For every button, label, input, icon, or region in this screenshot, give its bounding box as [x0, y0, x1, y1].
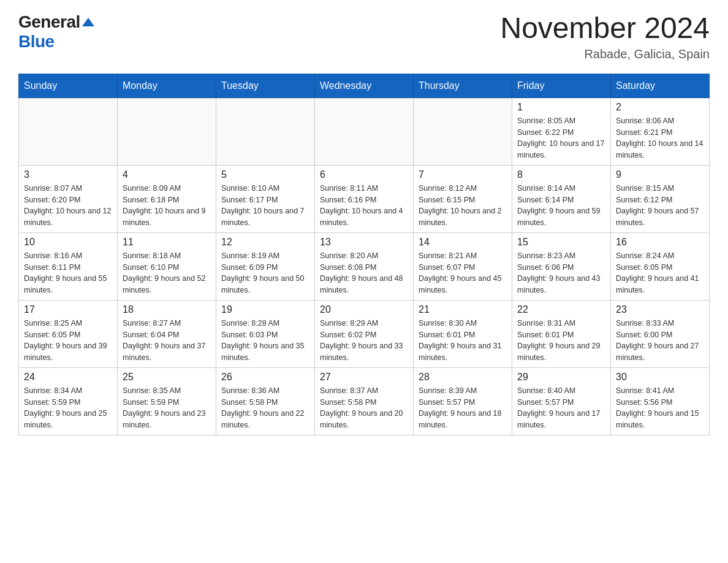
calendar-week-row: 3Sunrise: 8:07 AMSunset: 6:20 PMDaylight… — [19, 165, 710, 232]
table-row: 21Sunrise: 8:30 AMSunset: 6:01 PMDayligh… — [414, 300, 512, 367]
header-thursday: Thursday — [414, 74, 512, 98]
page-header: General Blue November 2024 Rabade, Galic… — [18, 12, 710, 61]
table-row: 2Sunrise: 8:06 AMSunset: 6:21 PMDaylight… — [611, 98, 710, 165]
day-number: 5 — [221, 169, 309, 180]
table-row: 5Sunrise: 8:10 AMSunset: 6:17 PMDaylight… — [216, 165, 315, 232]
day-info: Sunrise: 8:20 AMSunset: 6:08 PMDaylight:… — [320, 250, 408, 296]
table-row: 13Sunrise: 8:20 AMSunset: 6:08 PMDayligh… — [315, 232, 414, 300]
day-number: 10 — [24, 237, 112, 248]
header-saturday: Saturday — [611, 74, 710, 98]
day-number: 9 — [616, 169, 704, 180]
day-info: Sunrise: 8:40 AMSunset: 5:57 PMDaylight:… — [517, 385, 605, 431]
table-row: 19Sunrise: 8:28 AMSunset: 6:03 PMDayligh… — [216, 300, 315, 367]
table-row: 22Sunrise: 8:31 AMSunset: 6:01 PMDayligh… — [512, 300, 611, 367]
header-wednesday: Wednesday — [315, 74, 414, 98]
day-info: Sunrise: 8:18 AMSunset: 6:10 PMDaylight:… — [123, 250, 211, 296]
day-info: Sunrise: 8:15 AMSunset: 6:12 PMDaylight:… — [616, 183, 704, 229]
day-info: Sunrise: 8:19 AMSunset: 6:09 PMDaylight:… — [221, 250, 309, 296]
table-row: 28Sunrise: 8:39 AMSunset: 5:57 PMDayligh… — [414, 367, 512, 435]
table-row — [414, 98, 512, 165]
day-number: 29 — [517, 372, 605, 383]
day-number: 25 — [123, 372, 211, 383]
table-row — [216, 98, 315, 165]
day-info: Sunrise: 8:39 AMSunset: 5:57 PMDaylight:… — [419, 385, 507, 431]
table-row: 18Sunrise: 8:27 AMSunset: 6:04 PMDayligh… — [118, 300, 216, 367]
table-row: 1Sunrise: 8:05 AMSunset: 6:22 PMDaylight… — [512, 98, 611, 165]
day-number: 18 — [123, 304, 211, 315]
day-number: 15 — [517, 237, 605, 248]
table-row: 3Sunrise: 8:07 AMSunset: 6:20 PMDaylight… — [19, 165, 118, 232]
header-friday: Friday — [512, 74, 611, 98]
day-number: 20 — [320, 304, 408, 315]
day-info: Sunrise: 8:14 AMSunset: 6:14 PMDaylight:… — [517, 183, 605, 229]
table-row: 7Sunrise: 8:12 AMSunset: 6:15 PMDaylight… — [414, 165, 512, 232]
table-row: 10Sunrise: 8:16 AMSunset: 6:11 PMDayligh… — [19, 232, 118, 300]
day-info: Sunrise: 8:36 AMSunset: 5:58 PMDaylight:… — [221, 385, 309, 431]
day-info: Sunrise: 8:34 AMSunset: 5:59 PMDaylight:… — [24, 385, 112, 431]
day-number: 27 — [320, 372, 408, 383]
logo: General Blue — [18, 12, 94, 52]
day-number: 12 — [221, 237, 309, 248]
day-info: Sunrise: 8:31 AMSunset: 6:01 PMDaylight:… — [517, 318, 605, 364]
day-info: Sunrise: 8:37 AMSunset: 5:58 PMDaylight:… — [320, 385, 408, 431]
calendar-header-row: Sunday Monday Tuesday Wednesday Thursday… — [19, 74, 710, 98]
day-info: Sunrise: 8:27 AMSunset: 6:04 PMDaylight:… — [123, 318, 211, 364]
table-row: 6Sunrise: 8:11 AMSunset: 6:16 PMDaylight… — [315, 165, 414, 232]
header-tuesday: Tuesday — [216, 74, 315, 98]
day-info: Sunrise: 8:29 AMSunset: 6:02 PMDaylight:… — [320, 318, 408, 364]
day-info: Sunrise: 8:10 AMSunset: 6:17 PMDaylight:… — [221, 183, 309, 229]
table-row: 12Sunrise: 8:19 AMSunset: 6:09 PMDayligh… — [216, 232, 315, 300]
table-row: 9Sunrise: 8:15 AMSunset: 6:12 PMDaylight… — [611, 165, 710, 232]
table-row: 29Sunrise: 8:40 AMSunset: 5:57 PMDayligh… — [512, 367, 611, 435]
table-row: 30Sunrise: 8:41 AMSunset: 5:56 PMDayligh… — [611, 367, 710, 435]
table-row: 15Sunrise: 8:23 AMSunset: 6:06 PMDayligh… — [512, 232, 611, 300]
day-info: Sunrise: 8:25 AMSunset: 6:05 PMDaylight:… — [24, 318, 112, 364]
header-sunday: Sunday — [19, 74, 118, 98]
day-number: 17 — [24, 304, 112, 315]
table-row — [315, 98, 414, 165]
day-number: 24 — [24, 372, 112, 383]
day-number: 23 — [616, 304, 704, 315]
day-info: Sunrise: 8:23 AMSunset: 6:06 PMDaylight:… — [517, 250, 605, 296]
day-number: 22 — [517, 304, 605, 315]
day-number: 7 — [419, 169, 507, 180]
logo-general-text: General — [18, 12, 80, 32]
table-row: 17Sunrise: 8:25 AMSunset: 6:05 PMDayligh… — [19, 300, 118, 367]
table-row: 27Sunrise: 8:37 AMSunset: 5:58 PMDayligh… — [315, 367, 414, 435]
day-info: Sunrise: 8:05 AMSunset: 6:22 PMDaylight:… — [517, 115, 605, 161]
day-number: 19 — [221, 304, 309, 315]
month-year-title: November 2024 — [500, 12, 710, 45]
title-area: November 2024 Rabade, Galicia, Spain — [500, 12, 710, 61]
table-row — [118, 98, 216, 165]
calendar-week-row: 17Sunrise: 8:25 AMSunset: 6:05 PMDayligh… — [19, 300, 710, 367]
table-row — [19, 98, 118, 165]
day-info: Sunrise: 8:35 AMSunset: 5:59 PMDaylight:… — [123, 385, 211, 431]
day-number: 11 — [123, 237, 211, 248]
day-number: 3 — [24, 169, 112, 180]
day-info: Sunrise: 8:09 AMSunset: 6:18 PMDaylight:… — [123, 183, 211, 229]
day-number: 4 — [123, 169, 211, 180]
day-info: Sunrise: 8:12 AMSunset: 6:15 PMDaylight:… — [419, 183, 507, 229]
day-info: Sunrise: 8:06 AMSunset: 6:21 PMDaylight:… — [616, 115, 704, 161]
logo-blue-text: Blue — [18, 32, 55, 51]
table-row: 23Sunrise: 8:33 AMSunset: 6:00 PMDayligh… — [611, 300, 710, 367]
day-number: 14 — [419, 237, 507, 248]
day-info: Sunrise: 8:11 AMSunset: 6:16 PMDaylight:… — [320, 183, 408, 229]
day-number: 26 — [221, 372, 309, 383]
header-monday: Monday — [118, 74, 216, 98]
table-row: 24Sunrise: 8:34 AMSunset: 5:59 PMDayligh… — [19, 367, 118, 435]
day-info: Sunrise: 8:21 AMSunset: 6:07 PMDaylight:… — [419, 250, 507, 296]
day-number: 13 — [320, 237, 408, 248]
day-number: 8 — [517, 169, 605, 180]
table-row: 16Sunrise: 8:24 AMSunset: 6:05 PMDayligh… — [611, 232, 710, 300]
location-subtitle: Rabade, Galicia, Spain — [500, 47, 710, 61]
day-info: Sunrise: 8:16 AMSunset: 6:11 PMDaylight:… — [24, 250, 112, 296]
table-row: 8Sunrise: 8:14 AMSunset: 6:14 PMDaylight… — [512, 165, 611, 232]
logo-triangle-icon — [82, 18, 94, 26]
day-info: Sunrise: 8:28 AMSunset: 6:03 PMDaylight:… — [221, 318, 309, 364]
calendar-week-row: 1Sunrise: 8:05 AMSunset: 6:22 PMDaylight… — [19, 98, 710, 165]
table-row: 11Sunrise: 8:18 AMSunset: 6:10 PMDayligh… — [118, 232, 216, 300]
day-number: 28 — [419, 372, 507, 383]
day-number: 16 — [616, 237, 704, 248]
day-info: Sunrise: 8:41 AMSunset: 5:56 PMDaylight:… — [616, 385, 704, 431]
